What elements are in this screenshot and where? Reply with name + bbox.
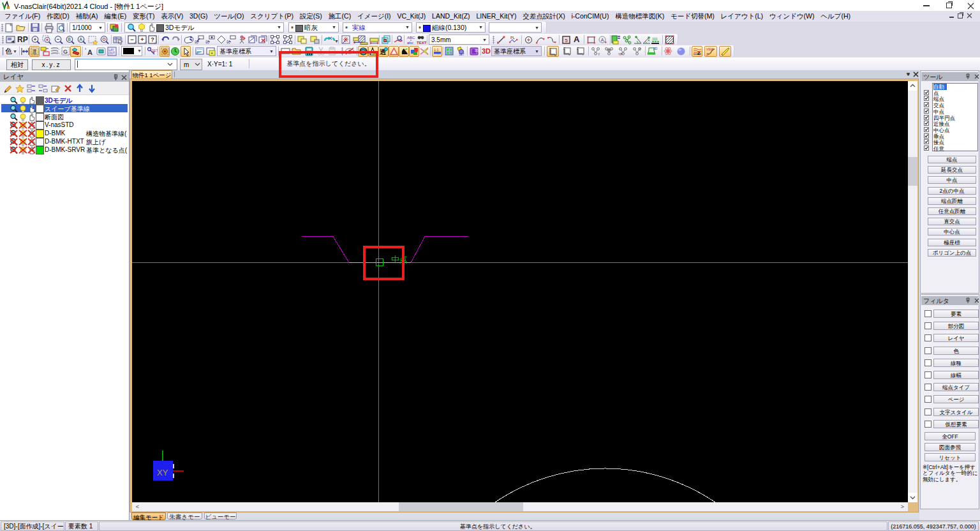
svg-text:PL: PL [510,36,515,40]
svg-text:Z: Z [697,51,701,56]
svg-text:3D: 3D [475,49,479,52]
svg-text:SET: SET [459,53,464,56]
svg-text:Z: Z [577,47,579,50]
svg-text:SECT: SECT [434,53,441,56]
svg-text:+: + [211,51,213,56]
svg-text:Y: Y [598,52,600,56]
svg-text:YP: YP [618,52,623,56]
svg-text:XY: XY [157,468,168,477]
svg-text:3D: 3D [653,47,658,50]
svg-text:LAY: LAY [109,49,114,52]
svg-text:333: 333 [652,37,658,41]
svg-text:G: G [63,49,68,55]
svg-text:OUT: OUT [109,52,115,55]
svg-text:A: A [601,38,604,42]
svg-text:Z: Z [706,52,708,56]
svg-text:ABC: ABC [407,36,415,40]
svg-text:選: 選 [32,49,37,55]
svg-text:Z: Z [563,47,565,50]
svg-text:abc: abc [407,41,413,45]
svg-text:A: A [87,49,93,56]
svg-text:³: ³ [85,47,86,51]
svg-text:?: ? [151,36,154,43]
svg-text:+: + [140,36,144,43]
svg-text:1:1: 1:1 [434,48,439,52]
svg-text:A: A [80,37,83,41]
svg-text:B: B [68,37,71,41]
svg-text:5: 5 [565,38,568,43]
svg-text:TEXT: TEXT [417,41,427,45]
svg-text:A: A [648,38,650,42]
svg-text:−: − [130,36,133,43]
